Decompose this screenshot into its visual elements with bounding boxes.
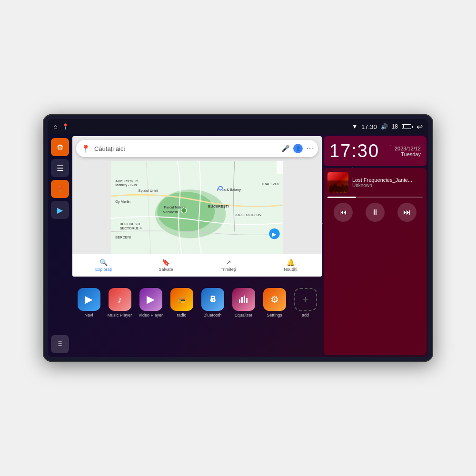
home-icon[interactable]: ⌂ — [53, 123, 57, 130]
svg-text:Mobility - Sud: Mobility - Sud — [115, 183, 137, 187]
settings-label: Settings — [267, 313, 282, 317]
prev-button[interactable]: ⏮ — [334, 203, 353, 222]
map-status-icon[interactable]: 📍 — [62, 123, 69, 130]
clock-day: Tuesday — [395, 151, 421, 157]
radio-label: radio — [177, 313, 186, 317]
left-sidebar: ⚙ ☰ 📍 ▶ ⠿ — [48, 134, 72, 357]
svg-text:TRAPEZUL...: TRAPEZUL... — [261, 182, 283, 186]
music-progress-bar[interactable] — [327, 197, 423, 198]
radio-icon: 📻 — [170, 288, 193, 311]
music-controls: ⏮ ⏸ ⏭ — [327, 203, 423, 222]
device-screen: ⌂ 📍 ▼ 17:30 🔊 18 ↩ — [48, 119, 428, 357]
sidebar-btn-settings[interactable]: ⚙ — [51, 138, 69, 156]
prev-icon: ⏮ — [339, 208, 347, 217]
bluetooth-icon: Ƀ — [201, 288, 224, 311]
clock-time: 17:30 — [329, 141, 379, 161]
map-terrain: BUCUREȘTI JUDEȚUL ILFOV BUCUREȘTI SECTOR… — [72, 161, 322, 254]
back-icon[interactable]: ↩ — [416, 122, 423, 131]
app-radio[interactable]: 📻 radio — [167, 288, 196, 317]
app-settings[interactable]: ⚙ Settings — [260, 288, 289, 317]
svg-point-31 — [340, 184, 345, 193]
svg-point-18 — [181, 208, 187, 213]
map-nav-send[interactable]: ↗ Trimiteți — [197, 258, 259, 272]
map-nav-explore[interactable]: 🔍 Explorați — [72, 258, 135, 272]
music-progress-fill — [327, 197, 356, 198]
sidebar-btn-nav[interactable]: ▶ — [51, 201, 69, 219]
sidebar-btn-all-apps[interactable]: ⠿ — [51, 335, 69, 353]
battery-level: 18 — [392, 123, 398, 130]
wifi-icon: ▼ — [352, 123, 357, 130]
map-pin-icon: 📍 — [81, 144, 90, 153]
news-icon: 🔔 — [287, 258, 295, 266]
music-album-art — [327, 172, 348, 193]
app-equalizer[interactable]: Equalizer — [229, 288, 258, 317]
app-grid: ▶ Navi ♪ Music Player ▶ Vid — [72, 277, 322, 329]
app-music[interactable]: ♪ Music Player — [105, 288, 134, 317]
map-widget[interactable]: 📍 Căutați aici 🎤 👤 ⋯ — [72, 136, 322, 277]
music-track-info: Lost Frequencies_Janie... Unknown — [327, 172, 423, 193]
main-area: ⚙ ☰ 📍 ▶ ⠿ — [48, 134, 428, 357]
device-frame: ⌂ 📍 ▼ 17:30 🔊 18 ↩ — [43, 114, 433, 362]
map-search-input[interactable]: Căutați aici — [94, 145, 278, 152]
center-content: 📍 Căutați aici 🎤 👤 ⋯ — [72, 134, 324, 357]
play-pause-button[interactable]: ⏸ — [366, 203, 385, 222]
map-bottom-nav: 🔍 Explorați 🔖 Salvate ↗ Trimiteți 🔔 — [72, 254, 322, 277]
clock-date: 2023/12/12 — [395, 146, 421, 151]
video-icon: ▶ — [139, 288, 162, 311]
svg-rect-24 — [244, 296, 245, 303]
volume-icon: 🔊 — [381, 123, 388, 130]
music-track-text: Lost Frequencies_Janie... Unknown — [352, 177, 423, 188]
svg-text:Oy Merlin: Oy Merlin — [115, 199, 130, 204]
map-search-bar[interactable]: 📍 Căutați aici 🎤 👤 ⋯ — [76, 140, 318, 157]
app-bluetooth[interactable]: Ƀ Bluetooth — [198, 288, 227, 317]
battery-icon — [402, 124, 413, 129]
pause-icon: ⏸ — [371, 208, 379, 217]
svg-rect-21 — [277, 161, 283, 174]
svg-rect-23 — [241, 297, 243, 303]
app-add[interactable]: + add — [291, 288, 320, 317]
svg-rect-22 — [239, 299, 240, 303]
navi-label: Navi — [84, 313, 93, 317]
status-time: 17:30 — [361, 123, 377, 130]
nav-arrow-icon: ▶ — [57, 206, 63, 215]
mic-icon[interactable]: 🎤 — [281, 145, 289, 152]
add-label: add — [302, 313, 309, 317]
equalizer-label: Equalizer — [235, 313, 253, 317]
music-icon: ♪ — [109, 288, 131, 311]
grid-icon: ⠿ — [58, 340, 62, 348]
clock-date-info: 2023/12/12 Tuesday — [395, 146, 421, 157]
map-settings-icon[interactable]: ⋯ — [307, 145, 313, 152]
send-icon: ↗ — [226, 258, 231, 266]
music-track-name: Lost Frequencies_Janie... — [352, 177, 423, 183]
svg-text:JUDEȚUL ILFOV: JUDEȚUL ILFOV — [235, 213, 262, 217]
status-bar: ⌂ 📍 ▼ 17:30 🔊 18 ↩ — [48, 119, 428, 134]
app-video[interactable]: ▶ Video Player — [136, 288, 165, 317]
add-icon: + — [294, 288, 317, 311]
status-right-icons: ▼ 17:30 🔊 18 ↩ — [352, 122, 423, 131]
next-button[interactable]: ⏭ — [397, 203, 416, 222]
video-label: Video Player — [139, 313, 163, 317]
settings-app-icon: ⚙ — [263, 288, 286, 311]
svg-text:BUCUREȘTI: BUCUREȘTI — [208, 204, 228, 208]
map-nav-saved[interactable]: 🔖 Salvate — [135, 258, 197, 272]
svg-text:Splaiul Unirii: Splaiul Unirii — [139, 188, 159, 193]
status-left-icons: ⌂ 📍 — [53, 123, 69, 130]
navi-icon: ▶ — [78, 288, 100, 311]
music-label: Music Player — [108, 313, 132, 317]
sidebar-btn-files[interactable]: ☰ — [51, 159, 69, 177]
sidebar-btn-maps[interactable]: 📍 — [51, 180, 69, 198]
user-avatar[interactable]: 👤 — [293, 144, 303, 153]
bluetooth-label: Bluetooth — [203, 313, 221, 317]
saved-icon: 🔖 — [162, 258, 170, 266]
clock-widget: 17:30 2023/12/12 Tuesday — [324, 136, 426, 166]
files-icon: ☰ — [57, 164, 63, 173]
settings-icon: ⚙ — [57, 143, 63, 152]
map-nav-news[interactable]: 🔔 Noutăți — [259, 258, 322, 272]
svg-point-17 — [219, 187, 222, 190]
music-widget: Lost Frequencies_Janie... Unknown ⏮ ⏸ — [324, 168, 426, 355]
music-artist: Unknown — [352, 183, 423, 188]
app-navi[interactable]: ▶ Navi — [74, 288, 103, 317]
svg-text:BUCUREȘTI: BUCUREȘTI — [120, 222, 140, 226]
svg-point-32 — [345, 185, 348, 193]
maps-icon: 📍 — [56, 186, 64, 193]
